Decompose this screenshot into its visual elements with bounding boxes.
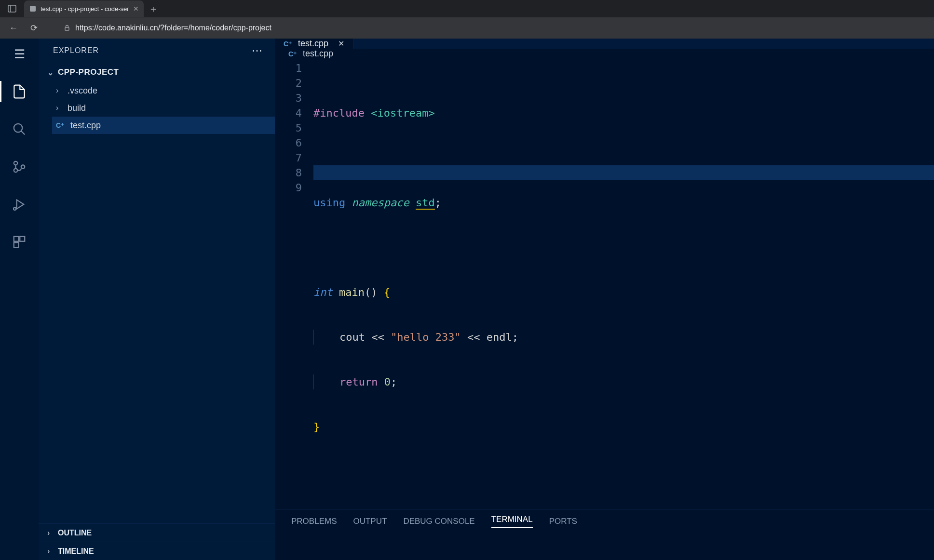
browser-chrome: test.cpp - cpp-project - code-ser ✕ ＋ ← … bbox=[0, 0, 934, 39]
tab-terminal[interactable]: TERMINAL bbox=[491, 515, 533, 528]
editor-tabs: C⁺ test.cpp ✕ bbox=[275, 39, 934, 49]
new-tab-button[interactable]: ＋ bbox=[149, 2, 158, 15]
svg-rect-11 bbox=[14, 237, 19, 241]
tree-folder-build[interactable]: › build bbox=[52, 99, 275, 117]
explorer-icon[interactable] bbox=[8, 80, 31, 103]
source-control-icon[interactable] bbox=[8, 155, 31, 178]
close-icon[interactable]: ✕ bbox=[338, 39, 344, 48]
outline-section[interactable]: › OUTLINE bbox=[39, 523, 275, 542]
chevron-down-icon: ⌄ bbox=[47, 68, 54, 77]
browser-tab-title: test.cpp - cpp-project - code-ser bbox=[41, 5, 129, 13]
chevron-right-icon: › bbox=[56, 86, 63, 95]
browser-tab-strip: test.cpp - cpp-project - code-ser ✕ ＋ bbox=[0, 0, 934, 17]
svg-marker-9 bbox=[17, 200, 24, 209]
svg-rect-2 bbox=[30, 6, 36, 12]
address-bar: ← ⟳ https://code.anakinliu.cn/?folder=/h… bbox=[0, 17, 934, 39]
tree-folder-vscode[interactable]: › .vscode bbox=[52, 82, 275, 99]
cpp-file-icon: C⁺ bbox=[288, 50, 298, 58]
tree-item-label: build bbox=[68, 103, 86, 113]
line-numbers: 123456789 bbox=[275, 61, 313, 509]
lock-icon bbox=[64, 25, 70, 31]
editor-tab-test-cpp[interactable]: C⁺ test.cpp ✕ bbox=[275, 39, 353, 49]
more-actions-icon[interactable]: ⋯ bbox=[252, 44, 263, 57]
sidebar-toggle-icon[interactable] bbox=[4, 0, 20, 17]
tab-problems[interactable]: PROBLEMS bbox=[291, 517, 337, 526]
svg-rect-0 bbox=[8, 5, 16, 12]
tab-debug-console[interactable]: DEBUG CONSOLE bbox=[403, 517, 474, 526]
editor-tab-label: test.cpp bbox=[298, 39, 328, 49]
cpp-file-icon: C⁺ bbox=[56, 121, 66, 129]
file-tree: › .vscode › build C⁺ test.cpp bbox=[39, 82, 275, 134]
terminal-output[interactable]: * Executing task: /bin/bash -c g++ -Wall… bbox=[275, 533, 934, 560]
chevron-right-icon: › bbox=[56, 104, 63, 112]
tab-favicon bbox=[29, 5, 37, 13]
close-icon[interactable]: ✕ bbox=[133, 5, 139, 13]
bottom-panel: PROBLEMS OUTPUT DEBUG CONSOLE TERMINAL P… bbox=[275, 509, 934, 560]
refresh-button[interactable]: ⟳ bbox=[27, 23, 41, 33]
run-debug-icon[interactable] bbox=[8, 193, 31, 216]
tab-ports[interactable]: PORTS bbox=[549, 517, 577, 526]
code-editor[interactable]: 123456789 #include <iostream> using name… bbox=[275, 59, 934, 509]
folder-header[interactable]: ⌄ CPP-PROJECT bbox=[39, 63, 275, 82]
svg-point-4 bbox=[14, 124, 23, 133]
folder-name: CPP-PROJECT bbox=[58, 67, 119, 77]
panel-tabs: PROBLEMS OUTPUT DEBUG CONSOLE TERMINAL P… bbox=[275, 509, 934, 533]
svg-point-8 bbox=[21, 165, 25, 169]
activity-bar: ☰ bbox=[0, 39, 39, 560]
back-button[interactable]: ← bbox=[7, 23, 20, 33]
svg-rect-3 bbox=[65, 27, 69, 30]
browser-tab[interactable]: test.cpp - cpp-project - code-ser ✕ bbox=[24, 0, 144, 17]
chevron-right-icon: › bbox=[47, 547, 54, 556]
section-label: TIMELINE bbox=[58, 547, 94, 556]
editor-area: C⁺ test.cpp ✕ C⁺ test.cpp 123456789 #inc… bbox=[275, 39, 934, 560]
menu-icon[interactable]: ☰ bbox=[8, 42, 31, 66]
chevron-right-icon: › bbox=[47, 529, 54, 537]
sidebar-title: EXPLORER bbox=[53, 46, 99, 55]
tree-item-label: test.cpp bbox=[70, 120, 101, 131]
breadcrumb-label: test.cpp bbox=[303, 49, 333, 59]
tree-item-label: .vscode bbox=[68, 86, 97, 96]
svg-point-7 bbox=[14, 169, 18, 173]
svg-line-5 bbox=[21, 131, 25, 135]
svg-rect-13 bbox=[14, 242, 19, 247]
tree-file-test-cpp[interactable]: C⁺ test.cpp bbox=[52, 117, 275, 134]
breadcrumb[interactable]: C⁺ test.cpp bbox=[275, 49, 934, 59]
url-field[interactable]: https://code.anakinliu.cn/?folder=/home/… bbox=[64, 24, 927, 32]
svg-rect-12 bbox=[20, 237, 25, 241]
svg-point-6 bbox=[14, 161, 18, 165]
section-label: OUTLINE bbox=[58, 529, 92, 537]
svg-point-10 bbox=[14, 208, 16, 210]
url-text: https://code.anakinliu.cn/?folder=/home/… bbox=[75, 24, 271, 32]
search-icon[interactable] bbox=[8, 118, 31, 141]
code-content[interactable]: #include <iostream> using namespace std;… bbox=[313, 61, 934, 509]
timeline-section[interactable]: › TIMELINE bbox=[39, 542, 275, 560]
tab-output[interactable]: OUTPUT bbox=[353, 517, 387, 526]
explorer-sidebar: EXPLORER ⋯ ⌄ CPP-PROJECT › .vscode › bui… bbox=[39, 39, 275, 560]
vscode-app: ☰ EXPLORER ⋯ ⌄ CPP-PROJECT › .vsc bbox=[0, 39, 934, 560]
extensions-icon[interactable] bbox=[8, 230, 31, 253]
cpp-file-icon: C⁺ bbox=[284, 40, 293, 48]
